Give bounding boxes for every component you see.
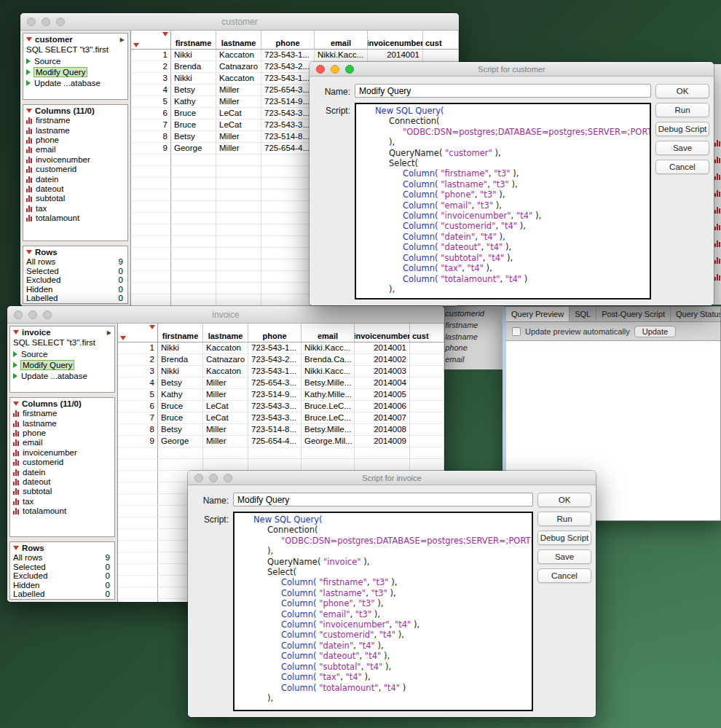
- zoom-button[interactable]: [224, 474, 232, 482]
- zoom-button[interactable]: [43, 310, 52, 319]
- column-list-item[interactable]: datein: [23, 174, 127, 184]
- tab-post-query-script[interactable]: Post-Query Script: [596, 307, 671, 321]
- cell[interactable]: [410, 389, 444, 401]
- cell[interactable]: Bruce: [158, 401, 203, 412]
- cancel-button[interactable]: Cancel: [655, 160, 709, 174]
- cell[interactable]: George: [171, 143, 216, 154]
- cell[interactable]: 2014006: [355, 401, 410, 412]
- cell[interactable]: Nikki: [171, 73, 216, 85]
- tab-query-status[interactable]: Query Status: [671, 307, 720, 321]
- script-editor[interactable]: New SQL Query(Connection("ODBC:DSN=postg…: [233, 512, 533, 711]
- column-list-item[interactable]: invoicenumber: [10, 448, 114, 458]
- cell[interactable]: [410, 436, 444, 447]
- column-list-item[interactable]: customerid: [10, 458, 114, 467]
- cell[interactable]: Betsy: [158, 377, 203, 389]
- window-titlebar[interactable]: customer: [20, 13, 459, 31]
- column-list-item[interactable]: subtotal: [10, 487, 114, 496]
- columns-menu-icon[interactable]: [26, 109, 32, 113]
- rows-menu-icon[interactable]: [26, 250, 32, 254]
- close-button[interactable]: [194, 474, 203, 482]
- panel-expand-icon[interactable]: ▶: [120, 36, 125, 43]
- minimize-button[interactable]: [28, 310, 37, 319]
- dialog-titlebar[interactable]: Script for invoice: [188, 471, 596, 485]
- cell[interactable]: Kaccaton: [203, 366, 248, 377]
- row-number[interactable]: 6: [131, 108, 171, 120]
- row-number[interactable]: 5: [118, 389, 158, 401]
- ok-button[interactable]: OK: [655, 84, 709, 98]
- column-list-item[interactable]: dateout: [10, 477, 114, 487]
- cell[interactable]: 723-543-3...: [261, 120, 315, 131]
- cell[interactable]: Nikki.Kacc...: [302, 366, 355, 377]
- close-button[interactable]: [27, 17, 36, 26]
- cell[interactable]: Miller: [216, 143, 261, 154]
- cell[interactable]: 2014007: [355, 412, 410, 424]
- cell[interactable]: Brenda: [171, 61, 216, 73]
- columns-menu-icon[interactable]: [13, 402, 19, 406]
- cell[interactable]: 2014001: [355, 343, 410, 354]
- column-list-item[interactable]: lastname: [23, 125, 127, 135]
- zoom-button[interactable]: [56, 17, 65, 26]
- row-number[interactable]: 2: [118, 354, 158, 366]
- cell[interactable]: Brenda: [158, 354, 203, 366]
- cell[interactable]: George.Mil...: [302, 436, 355, 447]
- column-list-item[interactable]: dateout: [23, 184, 127, 194]
- cell[interactable]: 2014003: [355, 366, 410, 377]
- cell[interactable]: 725-654-3...: [261, 85, 315, 96]
- cell[interactable]: Bruce: [171, 120, 216, 131]
- row-number[interactable]: 7: [118, 412, 158, 424]
- column-header[interactable]: phone: [261, 31, 315, 49]
- tab-query-preview[interactable]: Query Preview: [506, 307, 570, 321]
- cell[interactable]: Kathy: [171, 96, 216, 108]
- row-number[interactable]: 6: [118, 401, 158, 412]
- table-script-item[interactable]: Update ...atabase: [23, 77, 127, 88]
- rows-menu-icon[interactable]: [133, 43, 139, 47]
- cell[interactable]: 723-514-8...: [261, 131, 315, 143]
- column-list-item[interactable]: invoicenumber: [23, 155, 127, 165]
- tab-sql[interactable]: SQL: [570, 307, 596, 321]
- cell[interactable]: Catnazaro: [216, 61, 261, 73]
- rows-menu-icon[interactable]: [13, 546, 19, 550]
- row-number[interactable]: 2: [131, 61, 171, 73]
- cell[interactable]: 725-654-3...: [248, 377, 302, 389]
- row-number[interactable]: 4: [131, 85, 171, 96]
- cell[interactable]: Kaccaton: [216, 50, 261, 61]
- column-list-item[interactable]: tax: [10, 497, 114, 506]
- cell[interactable]: Kathy.Mille...: [302, 389, 355, 401]
- cell[interactable]: 725-654-4...: [248, 436, 302, 447]
- row-number[interactable]: 3: [131, 73, 171, 85]
- cell[interactable]: 2014008: [355, 424, 410, 436]
- column-header[interactable]: email: [302, 324, 355, 342]
- cancel-button[interactable]: Cancel: [537, 568, 591, 583]
- cell[interactable]: Nikki: [158, 343, 203, 354]
- cell[interactable]: Kaccaton: [216, 73, 261, 85]
- cell[interactable]: [423, 50, 459, 61]
- cell[interactable]: Miller: [216, 96, 261, 108]
- column-list-item[interactable]: lastname: [10, 418, 114, 428]
- column-list-item[interactable]: email: [10, 438, 114, 447]
- cell[interactable]: [410, 343, 444, 354]
- cell[interactable]: [410, 377, 444, 389]
- row-number[interactable]: 9: [131, 143, 171, 154]
- update-button[interactable]: Update: [634, 326, 676, 337]
- column-header[interactable]: lastname: [203, 324, 248, 342]
- cell[interactable]: 723-543-1...: [261, 50, 315, 61]
- cell[interactable]: [410, 424, 444, 436]
- cell[interactable]: 723-543-3...: [261, 108, 315, 120]
- debug-script-button[interactable]: Debug Script: [655, 122, 709, 136]
- column-header[interactable]: firstname: [171, 31, 216, 49]
- table-script-item[interactable]: Source: [10, 348, 114, 359]
- window-titlebar[interactable]: invoice: [7, 306, 444, 324]
- row-number[interactable]: 4: [118, 377, 158, 389]
- cell[interactable]: 2014001: [368, 50, 423, 61]
- column-header[interactable]: invoicenumber: [368, 31, 423, 49]
- column-list-item[interactable]: email: [23, 145, 127, 154]
- table-script-item[interactable]: Update ...atabase: [10, 370, 114, 381]
- cell[interactable]: Nikki.Kacc...: [315, 50, 368, 61]
- columns-menu-icon[interactable]: [149, 325, 155, 329]
- cell[interactable]: 723-543-2...: [261, 61, 315, 73]
- run-button[interactable]: Run: [537, 512, 591, 526]
- zoom-button[interactable]: [345, 65, 354, 74]
- cell[interactable]: 723-514-9...: [248, 389, 302, 401]
- cell[interactable]: [410, 354, 444, 366]
- close-button[interactable]: [316, 65, 325, 74]
